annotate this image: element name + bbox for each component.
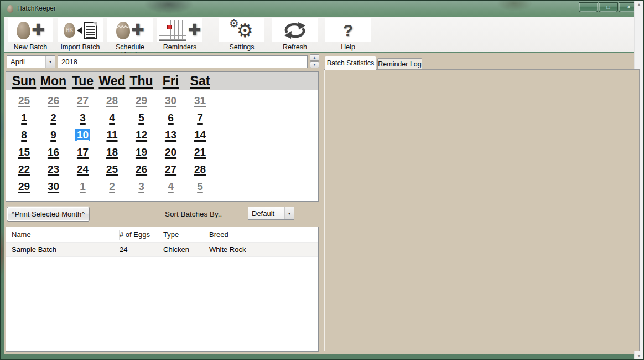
calendar-day[interactable]: 27 (156, 161, 185, 178)
calendar-day[interactable]: 13 (156, 126, 185, 143)
calendar-day-number: 21 (194, 146, 206, 158)
refresh-button[interactable]: Refresh (271, 17, 319, 51)
calendar-day[interactable]: 7 (185, 109, 215, 126)
calendar-day[interactable]: 5 (185, 178, 215, 195)
maximize-button[interactable]: □ (599, 2, 618, 12)
calendar-day[interactable]: 8 (9, 126, 39, 143)
calendar-day-number: 4 (109, 112, 115, 124)
batch-table: Name# of EggsTypeBreed Sample Batch24Chi… (6, 227, 319, 352)
calendar-day[interactable]: 29 (9, 178, 39, 195)
calendar-day[interactable]: 28 (97, 92, 127, 109)
calendar-day-number: 30 (48, 181, 59, 193)
plus-icon: ✚ (132, 23, 144, 38)
calendar-day[interactable]: 27 (68, 92, 97, 109)
window-title: HatchKeeper (17, 4, 56, 12)
scroll-up-icon[interactable]: ▲ (637, 2, 641, 6)
calendar-day-number: 8 (21, 129, 27, 141)
import-batch-button[interactable]: HK Import Batch (56, 17, 104, 51)
calendar-day[interactable]: 23 (39, 161, 68, 178)
calendar-day[interactable]: 17 (68, 143, 97, 161)
batch-table-column-header[interactable]: # of Eggs (120, 230, 163, 240)
calendar-day[interactable]: 19 (127, 143, 156, 161)
calendar-day[interactable]: 18 (97, 143, 127, 161)
calendar-day-number: 22 (18, 163, 30, 176)
calendar-day[interactable]: 3 (68, 109, 97, 126)
calendar-day[interactable]: 31 (185, 92, 215, 109)
calendar-day-number: 2 (50, 112, 56, 124)
document-icon (84, 22, 97, 39)
calendar-day[interactable]: 2 (39, 109, 68, 126)
calendar-day-number: 26 (136, 163, 147, 176)
batch-table-column-header[interactable]: Name (6, 230, 120, 240)
calendar-day-number: 12 (136, 129, 147, 141)
calendar-day-header: Sun (9, 74, 39, 89)
plus-icon: ✚ (188, 23, 201, 38)
chevron-down-icon: ▼ (45, 56, 55, 68)
calendar-day[interactable]: 14 (185, 126, 215, 143)
minimize-button[interactable]: − (579, 2, 598, 12)
batch-table-column-header[interactable]: Breed (209, 230, 318, 240)
scroll-down-icon[interactable]: ▼ (637, 354, 641, 358)
batch-statistics-panel (324, 69, 640, 351)
reminders-button[interactable]: ✚ Reminders (156, 17, 204, 51)
sort-select[interactable]: Default ▼ (248, 207, 294, 220)
batch-table-row[interactable]: Sample Batch24ChickenWhite Rock (6, 243, 318, 257)
calendar-day-headers: SunMonTueWedThuFriSat (6, 72, 318, 90)
month-select[interactable]: April ▼ (7, 55, 55, 68)
calendar-day-number: 5 (138, 112, 144, 124)
calendar-day[interactable]: 1 (9, 109, 39, 126)
calendar-day-number: 24 (77, 163, 89, 176)
year-input[interactable]: 2018 (58, 55, 308, 68)
calendar-day-header: Fri (156, 74, 185, 89)
calendar-day[interactable]: 11 (97, 126, 127, 143)
calendar-day[interactable]: 26 (39, 92, 68, 109)
calendar-day[interactable]: 20 (156, 143, 185, 161)
calendar-day[interactable]: 29 (127, 92, 156, 109)
calendar-day[interactable]: 6 (156, 109, 185, 126)
calendar-day-number: 16 (48, 146, 59, 158)
calendar-day-number: 29 (136, 95, 147, 107)
calendar-day[interactable]: 4 (97, 109, 127, 126)
print-selected-month-button[interactable]: ^Print Selected Month^ (7, 207, 90, 222)
tab-reminder-log[interactable]: Reminder Log (377, 58, 422, 70)
calendar-day[interactable]: 24 (68, 161, 97, 178)
calendar-day-header: Sat (185, 74, 215, 89)
calendar-day-number: 19 (136, 146, 147, 158)
calendar-day[interactable]: 22 (9, 161, 39, 178)
new-batch-button[interactable]: ✚ New Batch (7, 17, 54, 51)
calendar-day[interactable]: 25 (97, 161, 127, 178)
calendar-day[interactable]: 21 (185, 143, 215, 161)
calendar-day[interactable]: 25 (9, 92, 39, 109)
question-mark-icon: ? (343, 21, 353, 40)
spinner-up-icon[interactable]: ▲ (310, 54, 319, 61)
calendar-day[interactable]: 30 (39, 178, 68, 195)
toolbar: ✚ New Batch HK Import Batch ✚ Schedule H… (4, 17, 640, 52)
calendar-day-header: Thu (127, 74, 156, 89)
batch-table-column-header[interactable]: Type (163, 230, 209, 240)
calendar-day[interactable]: 30 (156, 92, 185, 109)
calendar-day[interactable]: 1 (68, 178, 97, 195)
help-button[interactable]: ? Help (324, 17, 372, 51)
calendar-day[interactable]: 12 (127, 126, 156, 143)
arrow-left-icon (77, 27, 82, 34)
settings-button[interactable]: ⚙⚙ Settings (218, 17, 266, 51)
calendar-day-number: 9 (50, 129, 56, 141)
calendar-day-number: 1 (80, 181, 86, 193)
calendar-day[interactable]: 15 (9, 143, 39, 161)
calendar-day[interactable]: 16 (39, 143, 68, 161)
calendar: SunMonTueWedThuFriSat 252627282930311234… (6, 71, 319, 202)
calendar-day[interactable]: 2 (97, 178, 127, 195)
titlebar[interactable]: HatchKeeper − □ × (0, 0, 644, 17)
calendar-day-number: 2 (109, 181, 115, 193)
calendar-day-header: Wed (97, 74, 127, 89)
calendar-day[interactable]: 26 (127, 161, 156, 178)
calendar-day[interactable]: 4 (156, 178, 185, 195)
calendar-day[interactable]: 10 (68, 126, 97, 143)
calendar-day[interactable]: 5 (127, 109, 156, 126)
tab-batch-statistics[interactable]: Batch Statistics (325, 56, 376, 70)
calendar-day-number: 7 (197, 112, 203, 124)
spinner-down-icon[interactable]: ▼ (310, 61, 319, 68)
calendar-day[interactable]: 9 (39, 126, 68, 143)
calendar-day[interactable]: 28 (185, 161, 215, 178)
calendar-day[interactable]: 3 (127, 178, 156, 195)
